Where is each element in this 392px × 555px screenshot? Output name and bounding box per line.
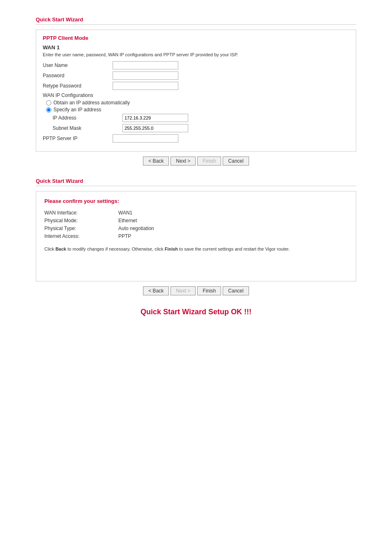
retype-password-row: Retype Password	[43, 82, 349, 90]
wan-ip-label: WAN IP Configurations	[43, 92, 349, 98]
specify-label: Specify an IP address	[53, 107, 101, 113]
specify-fields: IP Address Subnet Mask	[53, 114, 349, 132]
ip-address-row: IP Address	[53, 114, 349, 122]
user-name-input[interactable]	[113, 61, 178, 69]
section1-cancel-button[interactable]: Cancel	[223, 157, 249, 166]
section1-title: Quick Start Wizard	[36, 16, 356, 23]
password-label: Password	[43, 73, 113, 78]
pptp-server-input[interactable]	[113, 134, 178, 143]
section1-button-row: < Back Next > Finish Cancel	[36, 157, 356, 166]
confirm-internet-access: Internet Access: PPTP	[44, 233, 348, 239]
confirm-title: Please confirm your settings:	[44, 198, 348, 204]
obtain-auto-row: Obtain an IP address automatically	[46, 100, 349, 106]
page-wrapper: Quick Start Wizard PPTP Client Mode WAN …	[36, 8, 356, 337]
specify-row: Specify an IP address	[46, 107, 349, 113]
confirm-internet-access-val: PPTP	[118, 233, 131, 239]
section1-finish-button: Finish	[197, 157, 221, 166]
ip-address-label: IP Address	[53, 115, 122, 121]
retype-password-label: Retype Password	[43, 83, 113, 89]
wan1-title: WAN 1	[43, 44, 349, 51]
setup-ok-text: Quick Start Wizard Setup OK !!!	[141, 308, 251, 316]
section1: Quick Start Wizard PPTP Client Mode WAN …	[36, 16, 356, 166]
section1-next-button[interactable]: Next >	[171, 157, 196, 166]
section2-cancel-button[interactable]: Cancel	[223, 286, 249, 295]
section2-button-row: < Back Next > Finish Cancel	[36, 286, 356, 295]
subnet-mask-row: Subnet Mask	[53, 124, 349, 132]
confirm-physical-mode: Physical Mode: Ethernet	[44, 218, 348, 223]
wan1-desc: Enter the user name, password, WAN IP co…	[43, 52, 349, 57]
ip-address-input[interactable]	[122, 114, 188, 122]
section2-finish-button[interactable]: Finish	[197, 286, 221, 295]
section2-next-button: Next >	[171, 286, 196, 295]
wan-ip-section: WAN IP Configurations Obtain an IP addre…	[43, 92, 349, 143]
confirm-note: Click Back to modify changes if necessar…	[44, 246, 348, 253]
confirm-box: Please confirm your settings: WAN Interf…	[36, 191, 356, 281]
section1-divider	[36, 24, 356, 25]
section2-divider	[36, 186, 356, 186]
user-name-row: User Name	[43, 61, 349, 69]
obtain-auto-label: Obtain an IP address automatically	[53, 100, 130, 106]
specify-radio[interactable]	[46, 107, 51, 113]
pptp-server-row: PPTP Server IP	[43, 134, 349, 143]
section2-back-button[interactable]: < Back	[143, 286, 169, 295]
confirm-physical-mode-key: Physical Mode:	[44, 218, 118, 223]
confirm-physical-mode-val: Ethernet	[118, 218, 137, 223]
pptp-mode-title: PPTP Client Mode	[43, 35, 349, 41]
confirm-wan-interface: WAN Interface: WAN1	[44, 210, 348, 216]
section2-title: Quick Start Wizard	[36, 178, 356, 184]
password-input[interactable]	[113, 71, 178, 80]
retype-password-input[interactable]	[113, 82, 178, 90]
pptp-server-label: PPTP Server IP	[43, 136, 113, 141]
pptp-wizard-box: PPTP Client Mode WAN 1 Enter the user na…	[36, 30, 356, 152]
subnet-mask-label: Subnet Mask	[53, 125, 122, 131]
subnet-mask-input[interactable]	[122, 124, 188, 132]
confirm-physical-type-val: Auto negotiation	[118, 226, 154, 231]
confirm-wan-interface-key: WAN Interface:	[44, 210, 118, 216]
obtain-auto-radio[interactable]	[46, 100, 51, 106]
confirm-physical-type-key: Physical Type:	[44, 226, 118, 231]
password-row: Password	[43, 71, 349, 80]
confirm-wan-interface-val: WAN1	[118, 210, 132, 216]
confirm-internet-access-key: Internet Access:	[44, 233, 118, 239]
section3: Quick Start Wizard Setup OK !!!	[36, 308, 356, 316]
section2: Quick Start Wizard Please confirm your s…	[36, 178, 356, 295]
section1-back-button[interactable]: < Back	[143, 157, 169, 166]
confirm-physical-type: Physical Type: Auto negotiation	[44, 226, 348, 231]
user-name-label: User Name	[43, 62, 113, 68]
